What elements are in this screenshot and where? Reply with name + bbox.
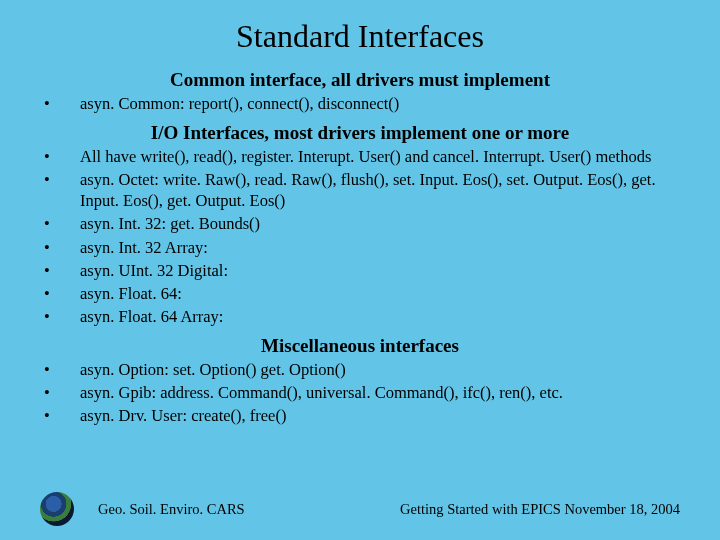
bullet-text: asyn. Float. 64: (80, 283, 680, 304)
list-item: •asyn. Drv. User: create(), free() (40, 405, 680, 426)
list-item: •asyn. Float. 64 Array: (40, 306, 680, 327)
bullet-dot: • (40, 237, 80, 258)
bullet-text: asyn. Octet: write. Raw(), read. Raw(), … (80, 169, 680, 211)
list-item: •asyn. Int. 32: get. Bounds() (40, 213, 680, 234)
bullet-dot: • (40, 283, 80, 304)
bullet-dot: • (40, 213, 80, 234)
bullet-text: asyn. Option: set. Option() get. Option(… (80, 359, 680, 380)
footer-left: Geo. Soil. Enviro. CARS (98, 501, 245, 518)
list-item: •asyn. Option: set. Option() get. Option… (40, 359, 680, 380)
list-item: •asyn. Common: report(), connect(), disc… (40, 93, 680, 114)
section-heading-io: I/O Interfaces, most drivers implement o… (40, 122, 680, 144)
slide-title: Standard Interfaces (40, 18, 680, 55)
bullet-dot: • (40, 146, 80, 167)
list-item: •All have write(), read(), register. Int… (40, 146, 680, 167)
section-heading-common: Common interface, all drivers must imple… (40, 69, 680, 91)
bullet-text: asyn. Drv. User: create(), free() (80, 405, 680, 426)
bullet-text: asyn. Gpib: address. Command(), universa… (80, 382, 680, 403)
earth-icon (40, 492, 74, 526)
bullet-text: asyn. Common: report(), connect(), disco… (80, 93, 680, 114)
list-item: •asyn. Octet: write. Raw(), read. Raw(),… (40, 169, 680, 211)
list-item: •asyn. Int. 32 Array: (40, 237, 680, 258)
bullet-dot: • (40, 260, 80, 281)
bullet-list-misc: •asyn. Option: set. Option() get. Option… (40, 359, 680, 426)
list-item: •asyn. Float. 64: (40, 283, 680, 304)
bullet-text: All have write(), read(), register. Inte… (80, 146, 680, 167)
list-item: •asyn. UInt. 32 Digital: (40, 260, 680, 281)
bullet-list-io: •All have write(), read(), register. Int… (40, 146, 680, 327)
slide-footer: Geo. Soil. Enviro. CARS Getting Started … (0, 492, 720, 526)
footer-right: Getting Started with EPICS November 18, … (400, 501, 680, 518)
bullet-dot: • (40, 306, 80, 327)
bullet-text: asyn. Float. 64 Array: (80, 306, 680, 327)
slide-body: Standard Interfaces Common interface, al… (0, 0, 720, 426)
bullet-list-common: •asyn. Common: report(), connect(), disc… (40, 93, 680, 114)
bullet-text: asyn. Int. 32: get. Bounds() (80, 213, 680, 234)
bullet-dot: • (40, 359, 80, 380)
bullet-dot: • (40, 93, 80, 114)
bullet-dot: • (40, 405, 80, 426)
bullet-text: asyn. Int. 32 Array: (80, 237, 680, 258)
bullet-dot: • (40, 382, 80, 403)
bullet-text: asyn. UInt. 32 Digital: (80, 260, 680, 281)
list-item: •asyn. Gpib: address. Command(), univers… (40, 382, 680, 403)
bullet-dot: • (40, 169, 80, 211)
section-heading-misc: Miscellaneous interfaces (40, 335, 680, 357)
